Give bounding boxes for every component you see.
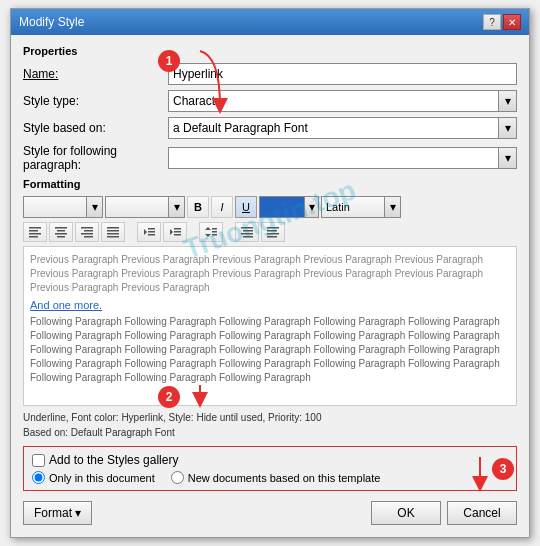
formatting-toolbar: ▾ ▾ B I U ▾ xyxy=(23,196,517,218)
svg-rect-31 xyxy=(241,233,253,235)
style-type-select[interactable]: Character ▾ xyxy=(168,90,517,112)
font-color-picker[interactable]: ▾ xyxy=(259,196,319,218)
style-based-label: Style based on: xyxy=(23,121,168,135)
svg-marker-16 xyxy=(144,229,147,235)
italic-button[interactable]: I xyxy=(211,196,233,218)
style-following-arrow[interactable]: ▾ xyxy=(498,148,516,168)
cancel-button[interactable]: Cancel xyxy=(447,501,517,525)
svg-rect-34 xyxy=(267,230,277,232)
svg-rect-8 xyxy=(81,227,93,229)
bold-button[interactable]: B xyxy=(187,196,209,218)
style-type-row: Style type: Character ▾ xyxy=(23,90,517,112)
style-type-label: Style type: xyxy=(23,94,168,108)
svg-rect-27 xyxy=(212,231,217,233)
svg-rect-33 xyxy=(267,227,279,229)
font-size-arrow[interactable]: ▾ xyxy=(168,197,184,217)
align-right-button[interactable] xyxy=(75,222,99,242)
style-type-arrow[interactable]: ▾ xyxy=(498,91,516,111)
underline-button[interactable]: U xyxy=(235,196,257,218)
font-family-select[interactable]: ▾ xyxy=(23,196,103,218)
dialog-title: Modify Style xyxy=(19,15,84,29)
indent-increase-icon xyxy=(168,226,182,238)
color-swatch[interactable]: ▾ xyxy=(259,196,319,218)
format-button[interactable]: Format ▾ xyxy=(23,501,92,525)
new-docs-radio[interactable] xyxy=(171,471,184,484)
chevron-down-icon-5: ▾ xyxy=(174,200,180,214)
line-spacing-button[interactable] xyxy=(199,222,223,242)
ok-button[interactable]: OK xyxy=(371,501,441,525)
only-this-doc-radio[interactable] xyxy=(32,471,45,484)
font-size-select[interactable]: ▾ xyxy=(105,196,185,218)
annotation-2: 2 xyxy=(158,386,180,408)
svg-rect-21 xyxy=(174,228,181,230)
style-based-arrow[interactable]: ▾ xyxy=(498,118,516,138)
svg-rect-14 xyxy=(107,233,119,235)
style-desc-line1: Underline, Font color: Hyperlink, Style:… xyxy=(23,412,321,423)
alignment-toolbar xyxy=(23,222,517,242)
style-type-value: Character xyxy=(169,94,498,108)
svg-rect-7 xyxy=(57,236,65,238)
style-based-value: a Default Paragraph Font xyxy=(169,121,498,135)
svg-rect-2 xyxy=(29,233,41,235)
chevron-down-icon-4: ▾ xyxy=(92,200,98,214)
svg-rect-35 xyxy=(267,233,279,235)
svg-rect-30 xyxy=(243,230,253,232)
indent2-icon xyxy=(266,226,280,238)
add-to-gallery-label: Add to the Styles gallery xyxy=(49,453,178,467)
svg-rect-9 xyxy=(84,230,93,232)
svg-rect-26 xyxy=(212,228,217,230)
indent2-button[interactable] xyxy=(261,222,285,242)
close-button[interactable]: ✕ xyxy=(503,14,521,30)
properties-section-label: Properties xyxy=(23,45,517,57)
chevron-down-icon-7: ▾ xyxy=(390,200,396,214)
add-to-gallery-checkbox[interactable] xyxy=(32,454,45,467)
new-docs-item: New documents based on this template xyxy=(171,471,381,484)
align-left-button[interactable] xyxy=(23,222,47,242)
indent-decrease-icon xyxy=(142,226,156,238)
chevron-down-icon-6: ▾ xyxy=(309,200,315,214)
chevron-down-icon-3: ▾ xyxy=(505,151,511,165)
svg-rect-10 xyxy=(81,233,93,235)
svg-rect-18 xyxy=(148,231,155,233)
svg-marker-20 xyxy=(170,229,173,235)
svg-rect-12 xyxy=(107,227,119,229)
svg-marker-25 xyxy=(205,234,211,237)
svg-rect-5 xyxy=(57,230,65,232)
document-scope-row: Only in this document New documents base… xyxy=(32,471,508,484)
style-description: Underline, Font color: Hyperlink, Style:… xyxy=(23,410,517,440)
language-arrow[interactable]: ▾ xyxy=(384,197,400,217)
style-based-row: Style based on: a Default Paragraph Font… xyxy=(23,117,517,139)
help-button[interactable]: ? xyxy=(483,14,501,30)
align-left-icon xyxy=(28,226,42,238)
svg-rect-28 xyxy=(212,234,217,236)
title-bar-controls: ? ✕ xyxy=(483,14,521,30)
svg-rect-23 xyxy=(174,234,181,236)
align-center-button[interactable] xyxy=(49,222,73,242)
indent-decrease-button[interactable] xyxy=(137,222,161,242)
preview-link-text: And one more. xyxy=(30,299,510,311)
language-select[interactable]: Latin ▾ xyxy=(321,196,401,218)
line-spacing-icon xyxy=(204,226,218,238)
svg-rect-36 xyxy=(267,236,277,238)
only-this-doc-label: Only in this document xyxy=(49,472,155,484)
chevron-down-icon-2: ▾ xyxy=(505,121,511,135)
style-desc-line2: Based on: Default Paragraph Font xyxy=(23,427,175,438)
name-row: Name: Hyperlink xyxy=(23,63,517,85)
formatting-label: Formatting xyxy=(23,178,517,190)
indent-increase-button[interactable] xyxy=(163,222,187,242)
previous-paragraph-text: Previous Paragraph Previous Paragraph Pr… xyxy=(30,253,510,295)
outdent-button[interactable] xyxy=(235,222,259,242)
options-area: Add to the Styles gallery Only in this d… xyxy=(23,446,517,491)
name-input[interactable]: Hyperlink xyxy=(168,63,517,85)
svg-rect-6 xyxy=(55,233,67,235)
svg-rect-1 xyxy=(29,230,38,232)
svg-rect-29 xyxy=(241,227,253,229)
svg-rect-13 xyxy=(107,230,119,232)
style-following-row: Style for following paragraph: ▾ xyxy=(23,144,517,172)
align-justify-button[interactable] xyxy=(101,222,125,242)
font-family-arrow[interactable]: ▾ xyxy=(86,197,102,217)
color-arrow[interactable]: ▾ xyxy=(304,197,318,217)
style-following-select[interactable]: ▾ xyxy=(168,147,517,169)
style-based-select[interactable]: a Default Paragraph Font ▾ xyxy=(168,117,517,139)
add-to-gallery-row: Add to the Styles gallery xyxy=(32,453,508,467)
